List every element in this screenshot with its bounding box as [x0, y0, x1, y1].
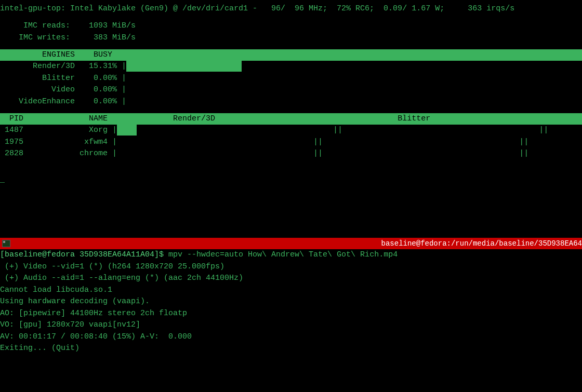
imc-reads: IMC reads: 1093 MiB/s [0, 20, 582, 32]
terminal-pane[interactable]: [baseline@fedora 35D938EA64A11A04]$ mpv … [0, 249, 582, 355]
table-row: 1487 Xorg | || || [0, 125, 582, 137]
engine-row: Blitter 0.00% | [0, 73, 582, 85]
intel-gpu-top-pane: intel-gpu-top: Intel Kabylake (Gen9) @ /… [0, 0, 582, 186]
output-line: AO: [pipewire] 44100Hz stereo 2ch floatp [0, 308, 582, 320]
output-line: VO: [gpu] 1280x720 vaapi[nv12] [0, 319, 582, 331]
output-line: (+) Audio --aid=1 --alang=eng (*) (aac 2… [0, 273, 582, 285]
terminal-icon [2, 240, 10, 247]
engine-row: Video 0.00% | [0, 84, 582, 96]
proc-list: 1487 Xorg | || || 1975 xfwm4 | || [0, 125, 582, 160]
engine-row: Render/3D 15.31% | [0, 61, 582, 73]
cursor-dash: _ [0, 174, 582, 186]
output-line: Exiting... (Quit) [0, 343, 582, 355]
proc-header: PID NAME Render/3D Blitter [0, 113, 582, 125]
output-line: (+) Video --vid=1 (*) (h264 1280x720 25.… [0, 261, 582, 273]
table-row: 1975 xfwm4 | || || [0, 137, 582, 148]
header-line: intel-gpu-top: Intel Kabylake (Gen9) @ /… [0, 3, 582, 15]
engine-row: VideoEnhance 0.00% | [0, 96, 582, 108]
imc-writes: IMC writes: 383 MiB/s [0, 32, 582, 44]
output-line: Cannot load libcuda.so.1 [0, 285, 582, 296]
engines-list: Render/3D 15.31% | Blitter 0.00% | Video… [0, 61, 582, 107]
terminal-titlebar[interactable]: baseline@fedora:/run/media/baseline/35D9… [0, 238, 582, 249]
prompt-line: [baseline@fedora 35D938EA64A11A04]$ mpv … [0, 249, 582, 261]
engines-header: ENGINES BUSY [0, 49, 582, 61]
output-line: AV: 00:01:17 / 00:08:40 (15%) A-V: 0.000 [0, 331, 582, 343]
terminal-title: baseline@fedora:/run/media/baseline/35D9… [381, 238, 582, 249]
output-line: Using hardware decoding (vaapi). [0, 296, 582, 308]
table-row: 2828 chrome | || || [0, 148, 582, 160]
